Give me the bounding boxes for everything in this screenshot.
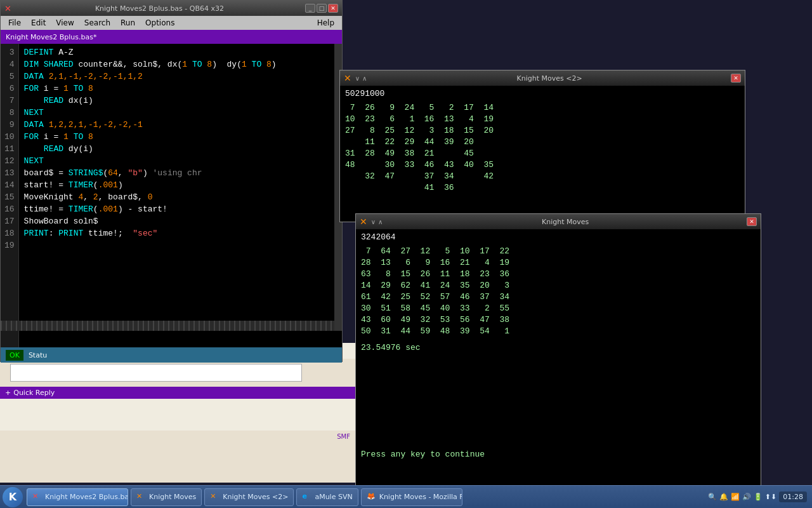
km-grid-line-1: 7 64 27 12 5 10 17 22 xyxy=(361,246,756,257)
menu-help[interactable]: Help xyxy=(312,17,339,29)
km-chevron-up[interactable]: ∧ xyxy=(377,218,384,225)
qb64-status-bar: OK Statu xyxy=(1,347,342,363)
km-chevron-down[interactable]: ∨ xyxy=(370,218,377,225)
km-time: 23.54976 sec xyxy=(361,342,756,354)
browser-area: Quickly Start - Knight Moves - Programs … xyxy=(0,343,355,483)
km-left-controls: ✕ xyxy=(360,217,370,227)
forum-text-input[interactable] xyxy=(10,364,302,382)
taskbar-updown-icon: ⬆⬇ xyxy=(765,493,776,501)
qb64-close-btn[interactable]: ✕ xyxy=(328,4,338,13)
qb64-menu: File Edit View Search Run Options Help xyxy=(1,16,342,30)
km-grid-line-5: 61 42 25 52 57 46 37 34 xyxy=(361,291,756,303)
line-numbers: 34567 89101112 1314151617 1819 xyxy=(1,44,19,347)
km2-grid-line-8: 41 36 xyxy=(345,182,740,194)
km-grid-line-3: 63 8 15 26 11 18 23 36 xyxy=(361,269,756,280)
quick-reply-bar[interactable]: + Quick Reply xyxy=(0,387,355,399)
taskbar-search-icon[interactable]: 🔍 xyxy=(708,493,717,501)
menu-search[interactable]: Search xyxy=(79,17,115,29)
quick-reply-icon: + xyxy=(5,389,11,397)
km-grid-line-6: 30 51 58 45 40 33 2 55 xyxy=(361,303,756,314)
taskbar-battery-icon[interactable]: 🔋 xyxy=(754,493,763,501)
taskbar-clock: 01:28 xyxy=(779,491,807,502)
km2-grid-line-3: 27 8 25 12 3 18 15 20 xyxy=(345,125,740,137)
km2-counter: 50291000 xyxy=(345,88,740,100)
km2-title: Knight Moves <2> xyxy=(368,74,731,83)
taskbar-km-icon: ✕ xyxy=(136,492,147,502)
taskbar-btn-km2[interactable]: ✕ Knight Moves <2> xyxy=(204,488,294,506)
km-window: ✕ ∨ ∧ Knight Moves ✕ 3242064 7 64 27 12 … xyxy=(355,213,761,486)
taskbar-right: 🔍 🔔 📶 🔊 🔋 ⬆⬇ 01:28 xyxy=(708,491,812,502)
qb64-window: ✕ Knight Moves2 Bplus.bas - QB64 x32 _ □… xyxy=(0,0,343,362)
qb64-icon: ✕ xyxy=(4,4,11,13)
km2-left-controls: ✕ xyxy=(344,73,354,83)
qb64-win-left-controls: ✕ xyxy=(4,4,14,13)
qb64-title: Knight Moves2 Bplus.bas - QB64 x32 xyxy=(14,4,305,13)
taskbar-wifi-icon[interactable]: 📶 xyxy=(731,493,740,501)
code-content[interactable]: DEFINT A-Z DIM SHARED counter&&, soln$, … xyxy=(19,44,342,347)
km2-grid-line-1: 7 26 9 24 5 2 17 14 xyxy=(345,102,740,114)
taskbar: K ✕ Knight Moves2 Bplus.ba ✕ Knight Move… xyxy=(0,485,812,508)
status-ok: OK xyxy=(6,350,23,361)
qb64-win-controls[interactable]: _ □ ✕ xyxy=(305,4,338,13)
taskbar-qb64-label: Knight Moves2 Bplus.ba xyxy=(45,493,128,501)
qb64-tab[interactable]: Knight Moves2 Bplus.bas* xyxy=(1,30,342,44)
menu-edit[interactable]: Edit xyxy=(26,17,51,29)
qb64-minimize-btn[interactable]: _ xyxy=(305,4,315,13)
status-text: Statu xyxy=(29,351,47,359)
km2-grid-line-6: 48 30 33 46 43 40 35 xyxy=(345,159,740,171)
qb64-titlebar: ✕ Knight Moves2 Bplus.bas - QB64 x32 _ □… xyxy=(1,1,342,16)
km2-grid-line-4: 11 22 29 44 39 20 xyxy=(345,137,740,148)
km2-grid-line-7: 32 47 37 34 42 xyxy=(345,171,740,182)
km-grid-line-8: 50 31 44 59 48 39 54 1 xyxy=(361,326,756,337)
km-grid-line-2: 28 13 6 9 16 21 4 19 xyxy=(361,257,756,269)
start-icon: K xyxy=(9,491,16,503)
taskbar-firefox-icon: 🦊 xyxy=(367,492,377,502)
horizontal-scrollbar[interactable] xyxy=(1,321,334,331)
km-win-controls[interactable]: ✕ xyxy=(747,217,757,226)
menu-run[interactable]: Run xyxy=(115,17,140,29)
taskbar-btn-amule[interactable]: e aMule SVN xyxy=(296,488,358,506)
quick-reply-label: Quick Reply xyxy=(13,389,55,397)
km2-close-btn[interactable]: ✕ xyxy=(731,74,741,83)
taskbar-amule-icon: e xyxy=(302,492,312,502)
km2-window: ✕ ∨ ∧ Knight Moves <2> ✕ 50291000 7 26 9… xyxy=(339,70,745,222)
km-grid-line-7: 43 60 49 32 53 56 47 38 xyxy=(361,314,756,326)
km2-icon: ✕ xyxy=(344,73,351,83)
taskbar-btn-firefox[interactable]: 🦊 Knight Moves - Mozilla F xyxy=(361,488,462,506)
taskbar-km-label: Knight Moves xyxy=(149,493,196,501)
km2-chevron-up[interactable]: ∧ xyxy=(361,75,368,82)
km2-win-controls[interactable]: ✕ xyxy=(731,74,741,83)
km2-chevron-down[interactable]: ∨ xyxy=(354,75,361,82)
taskbar-km2-icon: ✕ xyxy=(210,492,220,502)
taskbar-sound-icon[interactable]: 🔊 xyxy=(742,493,751,501)
km2-grid-line-2: 10 23 6 1 16 13 4 19 xyxy=(345,114,740,125)
km2-grid-line-5: 31 28 49 38 21 45 xyxy=(345,148,740,159)
menu-file[interactable]: File xyxy=(3,17,26,29)
taskbar-notification-icon[interactable]: 🔔 xyxy=(719,493,728,501)
km2-content: 50291000 7 26 9 24 5 2 17 14 10 23 6 1 1… xyxy=(340,86,745,196)
menu-options[interactable]: Options xyxy=(140,17,180,29)
km-counter: 3242064 xyxy=(361,232,756,243)
taskbar-btn-km[interactable]: ✕ Knight Moves xyxy=(131,488,202,506)
smf-link[interactable]: SMF xyxy=(0,431,355,443)
taskbar-qb64-icon: ✕ xyxy=(32,492,43,502)
km-titlebar: ✕ ∨ ∧ Knight Moves ✕ xyxy=(356,214,761,229)
taskbar-amule-label: aMule SVN xyxy=(315,493,352,501)
taskbar-km2-label: Knight Moves <2> xyxy=(223,493,288,501)
km-icon: ✕ xyxy=(360,217,367,227)
taskbar-start-button[interactable]: K xyxy=(3,487,23,507)
km-content: 3242064 7 64 27 12 5 10 17 22 28 13 6 9 … xyxy=(356,229,761,463)
taskbar-firefox-label: Knight Moves - Mozilla F xyxy=(379,493,462,501)
km-grid-line-4: 14 29 62 41 24 35 20 3 xyxy=(361,280,756,291)
qb64-maximize-btn[interactable]: □ xyxy=(317,4,327,13)
km-close-btn[interactable]: ✕ xyxy=(747,217,757,226)
code-area: 34567 89101112 1314151617 1819 DEFINT A-… xyxy=(1,44,342,347)
km-prompt: Press any key to continue xyxy=(361,449,756,460)
taskbar-btn-qb64[interactable]: ✕ Knight Moves2 Bplus.ba xyxy=(27,488,128,506)
km2-titlebar: ✕ ∨ ∧ Knight Moves <2> ✕ xyxy=(340,70,745,86)
menu-view[interactable]: View xyxy=(51,17,79,29)
km-title: Knight Moves xyxy=(384,218,747,226)
